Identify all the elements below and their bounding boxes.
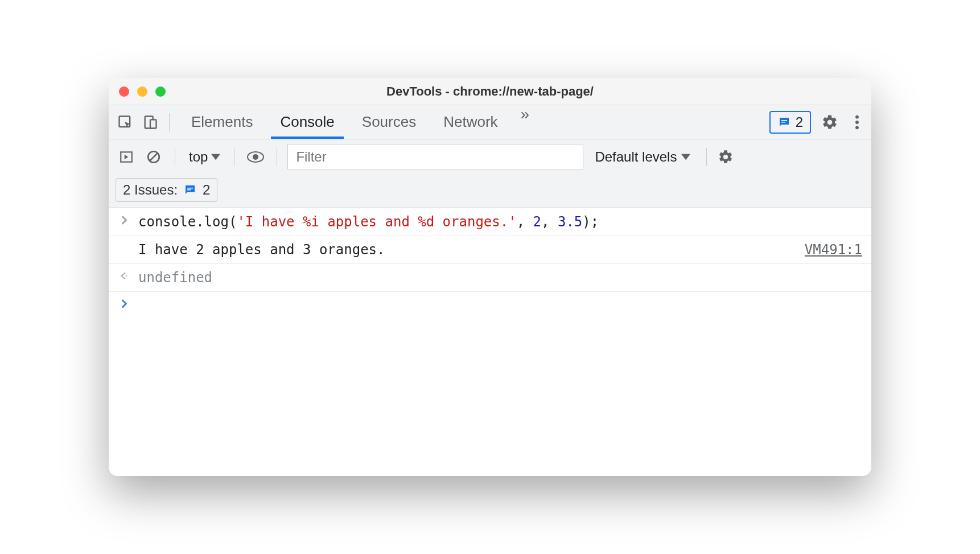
maximize-window-button[interactable] (155, 86, 166, 97)
window-title: DevTools - chrome://new-tab-page/ (109, 84, 871, 99)
svg-line-10 (149, 152, 158, 161)
log-gutter (118, 242, 130, 243)
input-chevron-icon (118, 214, 130, 225)
divider (277, 148, 277, 166)
svg-point-7 (855, 126, 859, 129)
svg-rect-14 (187, 189, 191, 191)
issues-badge[interactable]: 2 (769, 111, 811, 134)
svg-rect-4 (781, 122, 785, 123)
console-input-code[interactable]: console.log('I have %i apples and %d ora… (138, 214, 862, 230)
svg-rect-3 (781, 120, 787, 121)
tabstrip-right: 2 (769, 111, 866, 134)
issues-badge-count: 2 (796, 114, 803, 130)
minimize-window-button[interactable] (137, 86, 147, 97)
inspect-element-icon[interactable] (114, 111, 136, 133)
console-toolbar: top Default levels (109, 139, 871, 208)
console-log-row: I have 2 apples and 3 oranges. VM491:1 (109, 236, 871, 264)
device-toolbar-icon[interactable] (139, 111, 161, 133)
panel-tabs: Elements Console Sources Network » (178, 105, 538, 139)
filter-input[interactable] (287, 144, 583, 170)
console-settings-icon[interactable] (717, 148, 734, 166)
close-window-button[interactable] (119, 86, 129, 97)
divider (706, 148, 707, 166)
issues-label: 2 Issues: (123, 182, 178, 198)
chevron-down-icon (211, 154, 220, 160)
issues-panel-button[interactable]: 2 Issues: 2 (116, 178, 217, 202)
toggle-drawer-icon[interactable] (116, 146, 137, 168)
issues-count: 2 (203, 182, 210, 198)
more-options-icon[interactable] (849, 114, 866, 131)
clear-console-icon[interactable] (143, 146, 164, 168)
divider (234, 148, 234, 166)
svg-point-5 (855, 115, 859, 118)
divider (175, 148, 175, 166)
tab-sources[interactable]: Sources (348, 105, 430, 139)
log-levels-selector[interactable]: Default levels (589, 149, 696, 165)
return-chevron-icon (118, 270, 130, 281)
tab-console[interactable]: Console (266, 105, 348, 139)
svg-rect-2 (150, 119, 157, 128)
live-expression-icon[interactable] (245, 146, 266, 168)
chevron-down-icon (681, 154, 690, 160)
console-output: console.log('I have %i apples and %d ora… (109, 208, 871, 476)
tab-network[interactable]: Network (430, 105, 511, 139)
issues-icon (183, 183, 197, 197)
divider (169, 113, 170, 131)
settings-icon[interactable] (821, 114, 838, 131)
tabs-overflow-button[interactable]: » (512, 105, 539, 139)
console-input-row: console.log('I have %i apples and %d ora… (109, 208, 871, 236)
issues-icon (777, 115, 791, 129)
context-label: top (189, 149, 208, 165)
tab-elements[interactable]: Elements (178, 105, 266, 139)
svg-point-15 (126, 275, 127, 276)
console-return-row: undefined (109, 264, 871, 292)
window-controls (119, 86, 166, 97)
svg-point-6 (855, 121, 859, 124)
devtools-window: DevTools - chrome://new-tab-page/ Elemen… (109, 78, 871, 476)
execution-context-selector[interactable]: top (186, 147, 224, 167)
source-link[interactable]: VM491:1 (805, 242, 862, 258)
main-tabstrip: Elements Console Sources Network » 2 (109, 105, 871, 139)
svg-point-12 (253, 154, 258, 160)
return-value: undefined (138, 270, 862, 286)
console-prompt-row[interactable] (109, 292, 871, 315)
titlebar: DevTools - chrome://new-tab-page/ (109, 78, 871, 105)
levels-label: Default levels (595, 149, 677, 165)
svg-rect-13 (187, 188, 193, 189)
prompt-chevron-icon (118, 297, 130, 309)
console-log-message: I have 2 apples and 3 oranges. (138, 242, 797, 258)
